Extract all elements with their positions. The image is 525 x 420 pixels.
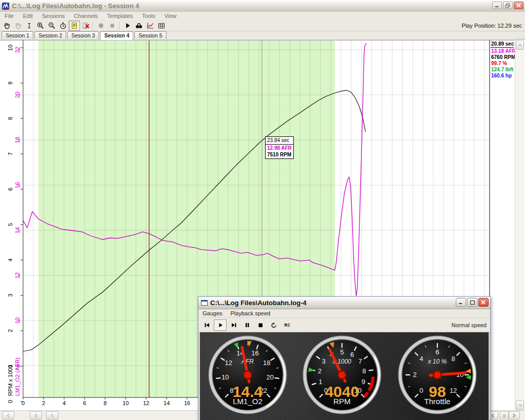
title-bar[interactable]: C:\...\Log Files\Autobahn.log - Session …: [0, 0, 525, 12]
hscroll-right-button-a[interactable]: [30, 411, 42, 419]
find-icon: [135, 22, 143, 30]
stopwatch-icon: [59, 22, 67, 30]
menu-sessions[interactable]: Sessions: [37, 12, 70, 19]
hscroll-thumb[interactable]: [500, 411, 509, 420]
hscroll-right-button-c[interactable]: [509, 411, 520, 419]
skip-end-icon: [231, 322, 237, 328]
gauge-window-title-bar[interactable]: C:\...\Log Files\Autobahn.log-4: [198, 297, 490, 309]
gauge-window-icon: [201, 300, 208, 306]
legend-item: 124.7 lbft: [491, 67, 514, 73]
grab-hand-icon: [14, 22, 22, 30]
toolbar-separator: [119, 22, 120, 30]
stopwatch-button[interactable]: [57, 21, 69, 31]
afr-axis-title: LM1_O2 (AFR): [14, 357, 21, 396]
svg-text:2: 2: [413, 371, 416, 378]
ibeam-button[interactable]: [24, 21, 35, 31]
scroll-up-button[interactable]: [516, 41, 524, 50]
gauge-menu-gauges[interactable]: Gauges: [198, 310, 227, 317]
play-button[interactable]: [122, 21, 133, 31]
play-icon: [217, 322, 224, 328]
playback-skip-end-button[interactable]: [227, 319, 240, 331]
skip-start-icon: [204, 322, 210, 328]
find-button[interactable]: [133, 21, 145, 31]
note-delete-icon: [82, 22, 90, 30]
rate-icon: R: [284, 322, 290, 328]
svg-text:5: 5: [7, 223, 13, 226]
zoom-in-icon: [36, 22, 45, 30]
playback-play-button[interactable]: [214, 319, 227, 331]
vertical-scrollbar[interactable]: [515, 40, 524, 410]
menu-file[interactable]: File: [0, 12, 18, 19]
gauge-menu-bar: GaugesPlayback speed: [198, 309, 490, 318]
gauge-minimize-button[interactable]: [456, 298, 466, 307]
playback-skip-start-button[interactable]: [200, 319, 213, 331]
table-button[interactable]: [156, 21, 167, 31]
ibeam-icon: [25, 22, 33, 30]
menu-edit[interactable]: Edit: [18, 12, 37, 19]
playback-speed-label: Normal speed: [452, 322, 487, 328]
svg-text:2: 2: [42, 400, 45, 406]
tab-session-3[interactable]: Session 3: [67, 31, 99, 39]
menu-channels[interactable]: Channels: [69, 12, 102, 19]
note-button[interactable]: [69, 21, 80, 31]
maximize-icon: [470, 300, 475, 305]
svg-text:6: 6: [435, 348, 439, 356]
note-delete-button[interactable]: [80, 21, 91, 31]
record-button[interactable]: [95, 21, 107, 31]
overlay-button[interactable]: [145, 21, 156, 31]
restore-icon: [505, 3, 511, 8]
svg-text:9: 9: [361, 378, 365, 386]
playback-stop-button[interactable]: [254, 319, 267, 331]
minimize-button[interactable]: [492, 2, 502, 9]
svg-text:20: 20: [266, 373, 273, 381]
tab-session-1[interactable]: Session 1: [2, 31, 33, 39]
legend-item: 6760 RPM: [491, 54, 514, 61]
svg-text:20: 20: [14, 92, 21, 98]
playback-loop-button[interactable]: [267, 319, 280, 331]
gauge-panel: 810121416182022AFR14.4LM1_O2012345678910…: [198, 332, 490, 420]
svg-text:0: 0: [419, 387, 423, 394]
hscroll-left-button-b[interactable]: [46, 411, 58, 419]
tab-session-2[interactable]: Session 2: [34, 31, 66, 39]
stop-button[interactable]: [107, 21, 118, 31]
hscroll-left-button-a[interactable]: [2, 411, 14, 419]
svg-text:8: 8: [451, 355, 455, 363]
zoom-in-button[interactable]: [35, 21, 46, 31]
svg-text:3: 3: [322, 357, 326, 365]
close-button[interactable]: [514, 2, 523, 9]
channel-legend: 20.89 sec13.18 AFR6760 RPM99.7 %124.7 lb…: [491, 41, 514, 79]
tab-session-4[interactable]: Session 4: [100, 31, 133, 40]
gauge-close-button[interactable]: [478, 298, 489, 307]
gauge-dial-label: AFR: [241, 358, 254, 365]
svg-text:8: 8: [7, 117, 13, 120]
close-icon: [481, 300, 486, 305]
gauge-window: C:\...\Log Files\Autobahn.log-4 GaugesPl…: [198, 296, 491, 420]
session-tab-strip: Session 1Session 2Session 3Session 4Sess…: [0, 31, 525, 39]
menu-tools[interactable]: Tools: [137, 12, 160, 19]
tooltip-afr: 12.98 AFR: [266, 145, 293, 152]
zoom-out-button[interactable]: [46, 21, 57, 31]
restore-button[interactable]: [503, 2, 513, 9]
menu-templates[interactable]: Templates: [103, 12, 137, 19]
pause-icon: [244, 322, 250, 328]
playback-rate-button[interactable]: R: [280, 319, 293, 331]
pan-hand-button[interactable]: [1, 21, 12, 31]
gauge-dial-label: x 10 %: [428, 358, 447, 365]
gauge-name: RPM: [333, 397, 350, 406]
gauge-maximize-button[interactable]: [467, 298, 477, 307]
menu-view[interactable]: View: [160, 12, 181, 19]
gauges-canvas: 810121416182022AFR14.4LM1_O2012345678910…: [200, 332, 489, 420]
gauge-lm1_o2: 810121416182022AFR14.4LM1_O2: [209, 336, 287, 414]
playback-pause-button[interactable]: [240, 319, 253, 331]
grab-hand-button[interactable]: [12, 21, 24, 31]
svg-text:12: 12: [450, 387, 457, 394]
tab-session-5[interactable]: Session 5: [134, 31, 166, 39]
application-window: C:\...\Log Files\Autobahn.log - Session …: [0, 0, 525, 420]
chevron-up-icon: [518, 44, 522, 47]
gauge-name: LM1_O2: [233, 397, 262, 406]
chevron-right-icon: [34, 413, 37, 418]
legend-item: 99.7 %: [491, 61, 514, 67]
svg-text:5: 5: [340, 348, 344, 356]
scroll-down-button[interactable]: [516, 401, 524, 410]
gauge-menu-playback-speed[interactable]: Playback speed: [227, 310, 275, 317]
